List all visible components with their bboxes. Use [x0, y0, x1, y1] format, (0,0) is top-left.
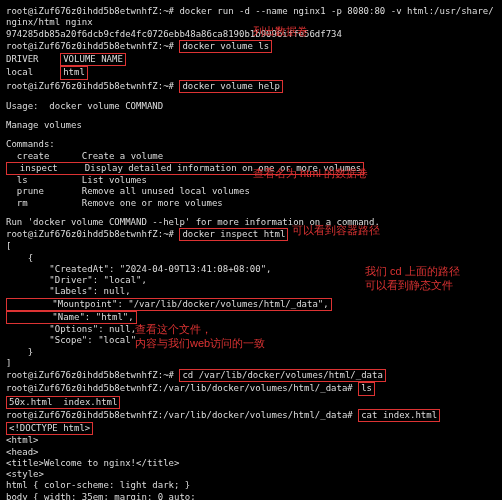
output: body { width: 35em; margin: 0 auto;	[6, 492, 496, 501]
output: Usage: docker volume COMMAND	[6, 101, 496, 112]
output: "Mountpoint": "/var/lib/docker/volumes/h…	[6, 298, 496, 311]
highlight-cmd: docker volume help	[179, 80, 283, 93]
annotation: 查看这个文件， 内容与我们web访问的一致	[135, 323, 265, 351]
output: create Create a volume	[6, 151, 496, 162]
highlight: VOLUME NAME	[60, 53, 126, 66]
output: <html>	[6, 435, 496, 446]
output: 974285db85a20f6dcb9cfde4fc0726ebb48a86ca…	[6, 29, 496, 40]
highlight: "Mountpoint": "/var/lib/docker/volumes/h…	[6, 298, 332, 311]
terminal-line: root@iZuf676z0ihdd5b8etwnhfZ:~# docker v…	[6, 80, 496, 93]
highlight: html	[60, 66, 88, 79]
highlight: "Name": "html",	[6, 311, 137, 324]
terminal-line: root@iZuf676z0ihdd5b8etwnhfZ:~# cd /var/…	[6, 369, 496, 382]
output: <head>	[6, 447, 496, 458]
output: <title>Welcome to nginx!</title>	[6, 458, 496, 469]
output: prune Remove all unused local volumes	[6, 186, 496, 197]
highlight: 50x.html index.html	[6, 396, 120, 409]
annotation: 列出数据卷	[253, 25, 308, 39]
output: 50x.html index.html	[6, 396, 496, 409]
output: Run 'docker volume COMMAND --help' for m…	[6, 217, 496, 228]
highlight-cmd: docker volume ls	[179, 40, 272, 53]
annotation: 我们 cd 上面的路径 可以看到静态文件	[365, 265, 460, 293]
output: Manage volumes	[6, 120, 496, 131]
output: "Name": "html",	[6, 311, 496, 324]
output: Commands:	[6, 139, 496, 150]
terminal-line: root@iZuf676z0ihdd5b8etwnhfZ:/var/lib/do…	[6, 382, 496, 395]
terminal-line: root@iZuf676z0ihdd5b8etwnhfZ:~# docker v…	[6, 40, 496, 53]
output: inspect Display detailed information on …	[6, 162, 496, 175]
highlight-cmd: cat index.html	[358, 409, 440, 422]
output: DRIVER VOLUME NAME	[6, 53, 496, 66]
output: <style>	[6, 469, 496, 480]
highlight-cmd: ls	[358, 382, 375, 395]
output: rm Remove one or more volumes	[6, 198, 496, 209]
output: ]	[6, 358, 496, 369]
terminal-line: root@iZuf676z0ihdd5b8etwnhfZ:~# docker i…	[6, 228, 496, 241]
output: html { color-scheme: light dark; }	[6, 480, 496, 491]
highlight-cmd: cd /var/lib/docker/volumes/html/_data	[179, 369, 385, 382]
output: local html	[6, 66, 496, 79]
terminal-line: root@iZuf676z0ihdd5b8etwnhfZ:~# docker r…	[6, 6, 496, 29]
annotation: 查看名为 html 的数据卷	[253, 167, 368, 181]
annotation: 可以看到容器路径	[292, 224, 380, 238]
output: {	[6, 253, 496, 264]
output: <!DOCTYPE html>	[6, 422, 496, 435]
output: [	[6, 241, 496, 252]
output: ls List volumes	[6, 175, 496, 186]
terminal-line: root@iZuf676z0ihdd5b8etwnhfZ:/var/lib/do…	[6, 409, 496, 422]
highlight: <!DOCTYPE html>	[6, 422, 93, 435]
highlight-cmd: docker inspect html	[179, 228, 288, 241]
